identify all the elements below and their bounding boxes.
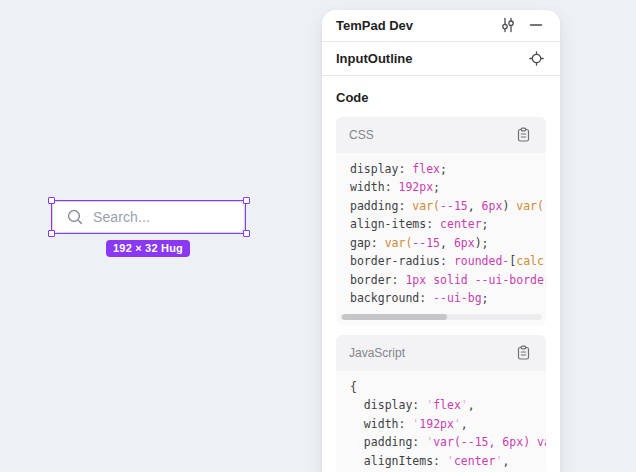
panel-title: TemPad Dev (336, 18, 413, 33)
minimize-button[interactable] (526, 15, 546, 35)
sliders-icon (500, 17, 516, 33)
locate-node-button[interactable] (527, 49, 546, 68)
css-card-header: CSS (336, 117, 546, 153)
code-language-label: CSS (349, 128, 374, 142)
copy-css-button[interactable] (514, 125, 533, 145)
horizontal-scrollbar[interactable] (340, 314, 542, 320)
selection-handle[interactable] (48, 197, 55, 204)
selection-handle[interactable] (243, 230, 250, 237)
panel-header: TemPad Dev (322, 10, 560, 42)
search-input-element[interactable]: Search... (52, 201, 245, 233)
css-code-card: CSS display: flex;width: 192px;padding: … (336, 117, 546, 325)
selection-handle[interactable] (48, 230, 55, 237)
selected-node-name: InputOutline (336, 51, 413, 66)
panel-content: Code CSS display: flex;width: 192px;padd… (322, 76, 560, 472)
js-card-header: JavaScript (336, 335, 546, 371)
minus-icon (528, 17, 544, 33)
preferences-button[interactable] (498, 15, 518, 35)
search-placeholder: Search... (93, 209, 150, 225)
selection-handle[interactable] (243, 197, 250, 204)
clipboard-icon (516, 345, 531, 361)
tempad-dev-panel: TemPad Dev InputOutline (322, 10, 560, 472)
code-language-label: JavaScript (349, 346, 405, 360)
js-code-card: JavaScript { display: 'flex', width: '19… (336, 335, 546, 472)
copy-js-button[interactable] (514, 343, 533, 363)
crosshair-icon (529, 51, 544, 66)
scrollbar-thumb[interactable] (342, 314, 447, 320)
code-section-title: Code (336, 90, 546, 105)
css-code[interactable]: display: flex;width: 192px;padding: var(… (336, 153, 546, 312)
selected-node-row: InputOutline (322, 42, 560, 76)
search-icon (66, 208, 84, 226)
clipboard-icon (516, 127, 531, 143)
js-code[interactable]: { display: 'flex', width: '192px', paddi… (336, 371, 546, 472)
selection-size-badge: 192 × 32 Hug (106, 240, 190, 257)
